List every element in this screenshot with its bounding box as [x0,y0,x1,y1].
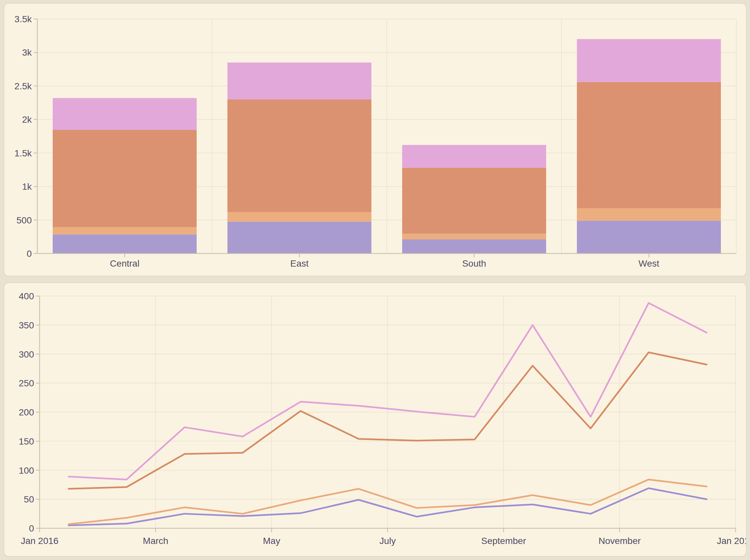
bar-segment-purple[interactable] [402,239,546,254]
x-axis-label: September [481,536,526,546]
bar-segment-pink[interactable] [402,145,546,168]
x-axis-label: November [598,536,641,546]
y-axis-label: 1.5k [14,148,32,158]
y-axis-label: 0 [29,523,34,534]
bar-segment-purple[interactable] [577,221,721,254]
stacked-bar-chart: 05001k1.5k2k2.5k3k3.5kCentralEastSouthWe… [4,3,747,276]
line-chart: 050100150200250300350400Jan 2016MarchMay… [4,282,747,557]
x-axis-label: East [290,258,309,268]
bar-segment-pink[interactable] [577,39,721,82]
y-axis-label: 0 [26,248,32,259]
x-axis-label: Jan 2016 [21,536,58,546]
x-axis-label: Central [110,258,139,268]
bar-segment-salmon[interactable] [53,130,197,227]
bar-segment-purple[interactable] [53,235,197,254]
bar-segment-salmon[interactable] [228,99,371,212]
stacked-bar-chart-card: 05001k1.5k2k2.5k3k3.5kCentralEastSouthWe… [4,3,747,276]
line-chart-card: 050100150200250300350400Jan 2016MarchMay… [4,282,747,557]
x-axis-label: Jan 2017 [717,536,747,546]
bar-segment-pink[interactable] [228,62,371,99]
y-axis-label: 2.5k [14,81,32,91]
x-axis-label: July [380,536,396,546]
y-axis-label: 400 [19,291,34,301]
y-axis-label: 200 [19,407,34,417]
x-axis-label: West [638,258,659,268]
bar-segment-salmon[interactable] [402,168,546,234]
bar-segment-tan[interactable] [577,208,721,221]
x-axis-label: May [263,536,280,546]
y-axis-label: 2k [22,115,32,125]
bar-segment-purple[interactable] [228,222,371,254]
y-axis-label: 3k [22,47,32,58]
y-axis-label: 100 [19,465,34,476]
bar-segment-tan[interactable] [228,212,371,222]
bar-segment-salmon[interactable] [577,82,721,208]
bar-segment-tan[interactable] [53,227,197,235]
y-axis-label: 300 [19,349,34,359]
y-axis-label: 250 [19,378,34,388]
y-axis-label: 3.5k [14,14,32,24]
y-axis-label: 500 [16,215,32,225]
x-axis-label: South [462,258,486,268]
y-axis-label: 50 [24,494,34,504]
y-axis-label: 350 [19,320,34,331]
bar-segment-tan[interactable] [402,234,546,239]
bar-segment-pink[interactable] [53,98,197,130]
y-axis-label: 150 [19,436,34,446]
y-axis-label: 1k [22,182,32,192]
x-axis-label: March [143,536,169,546]
